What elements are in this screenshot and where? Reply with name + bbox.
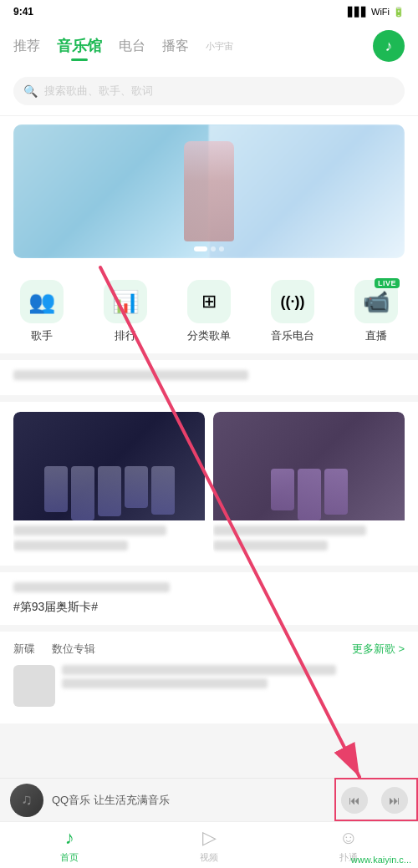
banner-right bbox=[209, 124, 405, 258]
search-input-wrap[interactable]: 🔍 搜索歌曲、歌手、歌词 bbox=[13, 77, 405, 105]
geshou-icon: 👥 bbox=[28, 289, 55, 315]
battery-icon: 🔋 bbox=[393, 7, 405, 18]
video-title-blur-1 bbox=[13, 525, 166, 536]
banner-dot-1 bbox=[194, 246, 207, 251]
tab-yinyueguan[interactable]: 音乐馆 bbox=[57, 34, 102, 58]
more-new-songs-link[interactable]: 更多新歌 > bbox=[352, 642, 405, 657]
mini-player-prev-button[interactable]: ⏮ bbox=[341, 787, 368, 814]
search-icon: 🔍 bbox=[23, 84, 38, 98]
video-thumb-2 bbox=[213, 412, 405, 520]
zhibo-icon: 📹 bbox=[363, 289, 390, 315]
mini-player-album: ♫ bbox=[10, 784, 43, 817]
signal-icon: ▋▋▋ bbox=[348, 7, 368, 18]
status-time: 9:41 bbox=[13, 6, 33, 18]
video-card-2[interactable] bbox=[213, 412, 405, 556]
paihang-icon-wrap: 📊 bbox=[104, 280, 147, 323]
album-title-blur-1 bbox=[62, 665, 336, 675]
banner-carousel[interactable] bbox=[13, 124, 405, 258]
new-songs-row-1 bbox=[13, 665, 405, 707]
tab-tuijian[interactable]: 推荐 bbox=[13, 36, 40, 57]
paihang-icon: 📊 bbox=[112, 289, 139, 315]
banner-left bbox=[13, 124, 209, 258]
video-sub-blur-1 bbox=[13, 541, 128, 551]
home-label: 首页 bbox=[60, 851, 79, 864]
banner-section bbox=[0, 116, 418, 266]
status-icons: ▋▋▋ WiFi 🔋 bbox=[348, 7, 405, 18]
yinyuediantai-label: 音乐电台 bbox=[271, 328, 314, 343]
status-bar: 9:41 ▋▋▋ WiFi 🔋 bbox=[0, 0, 418, 23]
prev-icon: ⏮ bbox=[349, 794, 360, 807]
video-label: 视频 bbox=[200, 851, 218, 864]
avatar[interactable]: ♪ bbox=[373, 30, 405, 62]
watermark: www.kaiyin.c... bbox=[351, 855, 411, 865]
tab-boke[interactable]: 播客 bbox=[162, 36, 189, 57]
category-geshou[interactable]: 👥 歌手 bbox=[20, 280, 64, 343]
new-songs-col1[interactable]: 新碟 bbox=[13, 642, 35, 657]
album-thumb-1 bbox=[13, 665, 55, 707]
category-zhibo[interactable]: 📹 LIVE 直播 bbox=[354, 280, 398, 343]
search-placeholder-text: 搜索歌曲、歌手、歌词 bbox=[44, 84, 153, 99]
category-fenlei[interactable]: ⊞ 分类歌单 bbox=[187, 280, 231, 343]
geshou-icon-wrap: 👥 bbox=[20, 280, 64, 323]
tab-diantai[interactable]: 电台 bbox=[119, 36, 145, 57]
zhibo-label: 直播 bbox=[365, 328, 387, 343]
category-yinyuediantai[interactable]: ((·)) 音乐电台 bbox=[271, 280, 314, 343]
fenlei-icon: ⊞ bbox=[201, 291, 217, 312]
zhibo-icon-wrap: 📹 LIVE bbox=[354, 280, 398, 323]
video-card-1[interactable] bbox=[13, 412, 205, 556]
search-bar: 🔍 搜索歌曲、歌手、歌词 bbox=[0, 70, 418, 116]
tab-xiaoyushen[interactable]: 小宇宙 bbox=[206, 38, 233, 54]
yinyuediantai-icon: ((·)) bbox=[281, 293, 305, 311]
new-songs-col2[interactable]: 数位专辑 bbox=[52, 642, 95, 657]
yinyuediantai-icon-wrap: ((·)) bbox=[271, 280, 314, 323]
music-note-icon: ♫ bbox=[21, 791, 33, 809]
album-sub-blur-1 bbox=[62, 678, 268, 688]
video-cards-row bbox=[13, 412, 405, 556]
banner-dot-2 bbox=[211, 246, 216, 251]
video-figures-1 bbox=[13, 466, 205, 520]
geshou-label: 歌手 bbox=[31, 328, 53, 343]
wifi-icon: WiFi bbox=[371, 7, 390, 17]
next-icon: ⏭ bbox=[389, 794, 400, 807]
new-songs-section: 新碟 数位专辑 更多新歌 > bbox=[0, 632, 418, 723]
fenlei-icon-wrap: ⊞ bbox=[187, 280, 231, 323]
video-section bbox=[0, 402, 418, 566]
live-badge: LIVE bbox=[375, 278, 400, 288]
bottom-nav-video[interactable]: ▷ 视频 bbox=[140, 827, 279, 864]
mini-player-controls: ⏮ ⏭ bbox=[341, 787, 408, 814]
section-header-blur bbox=[0, 360, 418, 395]
section-blur-title bbox=[13, 370, 248, 380]
banner-dot-3 bbox=[219, 246, 224, 251]
categories: 👥 歌手 📊 排行 ⊞ 分类歌单 ((·)) 音乐电台 📹 LIVE 直播 bbox=[0, 266, 418, 353]
putong-icon: ☺ bbox=[339, 827, 357, 849]
bottom-nav-home[interactable]: ♪ 首页 bbox=[0, 827, 140, 864]
banner-dots bbox=[194, 246, 224, 251]
mini-player: ♫ QQ音乐 让生活充满音乐 ⏮ ⏭ bbox=[0, 778, 418, 821]
mini-player-next-button[interactable]: ⏭ bbox=[381, 787, 408, 814]
nav-tabs: 推荐 音乐馆 电台 播客 小宇宙 bbox=[13, 34, 373, 58]
new-songs-header: 新碟 数位专辑 更多新歌 > bbox=[13, 642, 405, 657]
video-title-blur-2 bbox=[213, 525, 366, 536]
album-info-1 bbox=[62, 665, 405, 707]
top-nav: 推荐 音乐馆 电台 播客 小宇宙 ♪ bbox=[0, 23, 418, 70]
banner-figure bbox=[184, 141, 234, 241]
video-icon: ▷ bbox=[202, 827, 217, 849]
home-icon: ♪ bbox=[65, 827, 74, 849]
mini-player-title: QQ音乐 让生活充满音乐 bbox=[52, 793, 333, 808]
new-songs-cols: 新碟 数位专辑 bbox=[13, 642, 95, 657]
tag-section: #第93届奥斯卡# bbox=[0, 572, 418, 625]
video-figures-2 bbox=[213, 469, 405, 520]
video-thumb-1 bbox=[13, 412, 205, 520]
fenlei-label: 分类歌单 bbox=[187, 328, 231, 343]
tag-blur bbox=[13, 582, 170, 592]
category-paihang[interactable]: 📊 排行 bbox=[104, 280, 147, 343]
video-sub-blur-2 bbox=[213, 541, 328, 551]
tag-label[interactable]: #第93届奥斯卡# bbox=[13, 600, 98, 613]
paihang-label: 排行 bbox=[115, 328, 136, 343]
